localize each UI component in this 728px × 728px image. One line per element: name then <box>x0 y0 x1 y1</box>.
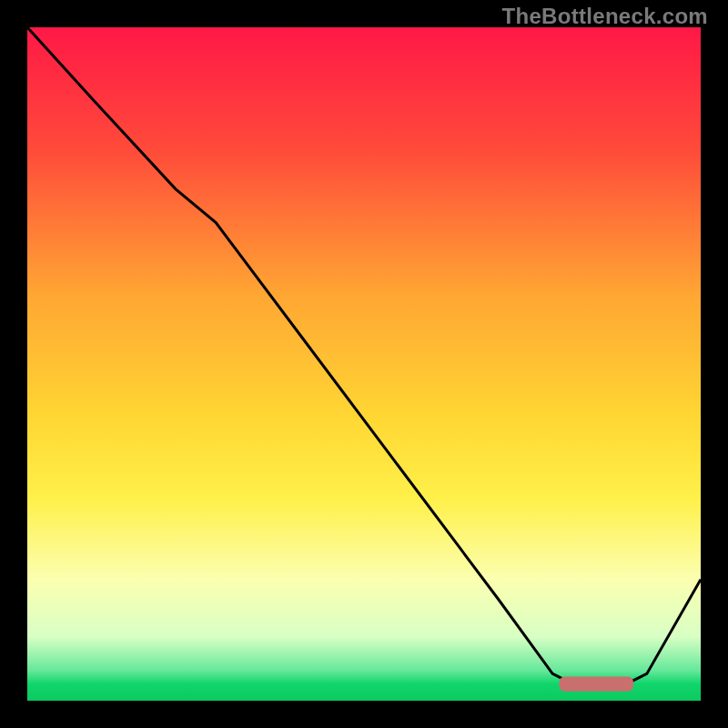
plot-area <box>27 27 701 701</box>
chart-frame: TheBottleneck.com <box>0 0 728 728</box>
plot-svg <box>27 27 701 701</box>
optimal-range-marker <box>560 676 633 691</box>
gradient-bg <box>27 27 701 701</box>
watermark-text: TheBottleneck.com <box>502 4 708 29</box>
